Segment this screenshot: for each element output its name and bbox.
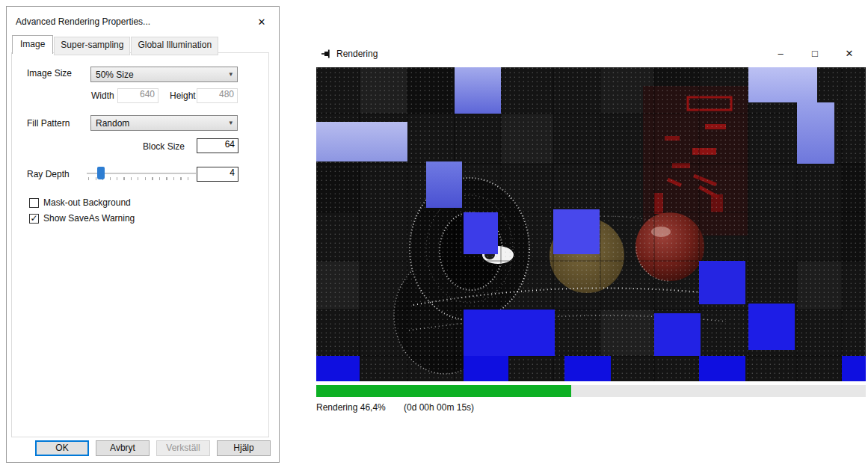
render-status-percent: Rendering 46,4% <box>316 402 386 413</box>
close-icon[interactable]: ✕ <box>832 41 867 67</box>
tab-content-frame <box>11 52 269 437</box>
ray-depth-slider[interactable] <box>87 167 196 185</box>
render-progress-fill <box>316 385 571 397</box>
width-label: Width <box>91 90 114 101</box>
render-block <box>316 356 360 381</box>
block-size-field[interactable]: 64 <box>197 138 238 153</box>
block-size-label: Block Size <box>143 141 185 152</box>
checkbox-label: Mask-out Background <box>43 197 131 208</box>
checkbox-label: Show SaveAs Warning <box>43 213 135 224</box>
minimize-icon[interactable]: – <box>763 41 798 67</box>
ray-depth-field[interactable]: 4 <box>197 167 238 182</box>
render-block <box>842 356 866 381</box>
cancel-button[interactable]: Avbryt <box>96 440 150 456</box>
tab-super-sampling[interactable]: Super-sampling <box>54 37 130 55</box>
render-block <box>464 310 555 356</box>
fill-pattern-dropdown[interactable]: Random ▾ <box>90 115 238 131</box>
rendering-titlebar[interactable]: Rendering – □ ✕ <box>315 41 867 67</box>
fill-pattern-value: Random <box>96 118 229 129</box>
tab-global-illumination[interactable]: Global Illumination <box>131 37 218 55</box>
render-block <box>464 356 508 381</box>
render-block <box>316 122 407 161</box>
mask-out-background-checkbox[interactable]: Mask-out Background <box>29 197 131 208</box>
checkbox-box[interactable] <box>29 198 39 208</box>
render-block <box>464 212 498 254</box>
render-status-time: (0d 00h 00m 15s) <box>404 402 474 413</box>
tab-image[interactable]: Image <box>12 35 53 54</box>
show-saveas-warning-checkbox[interactable]: ✓ Show SaveAs Warning <box>29 213 135 224</box>
viewport-blocks <box>316 67 866 381</box>
render-block <box>748 67 817 102</box>
pin-icon <box>321 49 331 59</box>
caption-buttons: – □ ✕ <box>763 41 867 67</box>
width-field[interactable]: 640 <box>117 88 158 103</box>
maximize-icon[interactable]: □ <box>798 41 832 67</box>
render-block <box>797 102 834 164</box>
image-size-label: Image Size <box>27 68 72 78</box>
height-label: Height <box>170 90 196 101</box>
dialog-title: Advanced Rendering Properties... <box>16 16 253 27</box>
close-icon[interactable]: ✕ <box>253 16 270 28</box>
dialog-titlebar[interactable]: Advanced Rendering Properties... ✕ <box>7 7 279 37</box>
apply-button[interactable]: Verkställ <box>156 440 210 456</box>
chevron-down-icon: ▾ <box>229 71 233 78</box>
render-block <box>699 356 745 381</box>
render-status-line: Rendering 46,4% (0d 00h 00m 15s) <box>316 402 866 414</box>
render-progress-bar <box>316 385 866 397</box>
height-field[interactable]: 480 <box>197 88 238 103</box>
window-title: Rendering <box>336 49 378 59</box>
render-block <box>426 161 462 208</box>
image-size-dropdown[interactable]: 50% Size ▾ <box>90 67 238 82</box>
dialog-tabs: Image Super-sampling Global Illumination <box>12 37 219 55</box>
render-block <box>699 261 745 304</box>
advanced-rendering-properties-dialog: Advanced Rendering Properties... ✕ Image… <box>6 6 280 463</box>
render-block <box>654 313 701 356</box>
ray-depth-slider-thumb[interactable] <box>97 167 105 179</box>
render-block <box>564 356 611 381</box>
render-viewport <box>316 67 866 381</box>
checkbox-box[interactable]: ✓ <box>29 214 39 224</box>
render-block <box>455 67 501 114</box>
rendering-window: Rendering – □ ✕ <box>315 41 867 430</box>
render-block <box>553 209 600 254</box>
image-size-value: 50% Size <box>96 70 229 80</box>
help-button[interactable]: Hjälp <box>217 440 271 456</box>
render-block <box>748 304 795 350</box>
ray-depth-label: Ray Depth <box>27 169 70 179</box>
ok-button[interactable]: OK <box>35 440 89 456</box>
chevron-down-icon: ▾ <box>229 120 233 126</box>
fill-pattern-label: Fill Pattern <box>27 118 70 129</box>
